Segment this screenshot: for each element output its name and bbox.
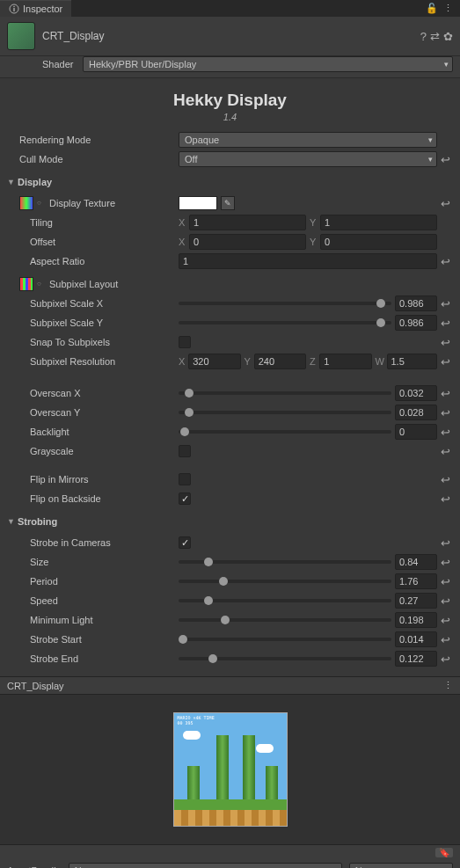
strobe-cameras-checkbox[interactable]	[179, 536, 191, 549]
overscan-y-field[interactable]	[395, 405, 437, 420]
material-actions: ? ⇄ ✿	[420, 30, 453, 43]
reset-icon[interactable]: ↩	[437, 387, 453, 400]
strobing-header: Strobing	[18, 516, 57, 527]
asset-label-icon[interactable]: 🔖	[435, 848, 453, 857]
display-texture-label: Display Texture	[49, 198, 115, 208]
subres-x[interactable]	[188, 354, 240, 369]
aspect-label: Aspect Ratio	[7, 256, 179, 266]
kebab-icon[interactable]: ⋮	[443, 680, 453, 691]
subpixel-layout-row: ○ Subpixel Layout	[7, 275, 453, 293]
flip-mirrors-checkbox[interactable]	[179, 473, 191, 485]
speed-slider[interactable]	[179, 599, 391, 602]
texture-reset[interactable]: ↩	[437, 197, 453, 210]
aspect-row: Aspect Ratio ↩	[7, 252, 453, 270]
reset-icon[interactable]: ↩	[437, 492, 453, 506]
cull-mode-reset[interactable]: ↩	[437, 153, 453, 166]
size-field[interactable]	[395, 554, 437, 570]
circle-icon[interactable]: ○	[37, 199, 46, 208]
tiling-label: Tiling	[7, 217, 179, 228]
reset-icon[interactable]: ↩	[437, 594, 453, 608]
reset-icon[interactable]: ↩	[437, 445, 453, 458]
minlight-field[interactable]	[395, 612, 437, 628]
shader-title: Hekky Display 1.4	[0, 78, 460, 131]
subscale-x-field[interactable]	[395, 295, 437, 311]
reset-icon[interactable]: ↩	[437, 556, 453, 569]
reset-icon[interactable]: ↩	[437, 653, 453, 666]
material-header: CRT_Display ? ⇄ ✿	[0, 17, 460, 56]
aspect-field[interactable]	[179, 253, 437, 269]
strobestart-slider[interactable]	[179, 638, 391, 641]
size-slider[interactable]	[179, 560, 391, 564]
strobeend-slider[interactable]	[179, 657, 391, 660]
assetbundle-variant-dropdown[interactable]: None	[349, 863, 453, 868]
strobing-foldout[interactable]: ▼ Strobing	[7, 513, 453, 530]
preview-area: MARIO ×4K TIME00 395	[0, 695, 460, 844]
kebab-icon[interactable]: ⋮	[443, 3, 453, 14]
overscan-x-slider[interactable]	[179, 391, 391, 395]
info-icon	[9, 4, 19, 14]
gear-icon[interactable]: ✿	[443, 30, 453, 43]
material-preview[interactable]: MARIO ×4K TIME00 395	[173, 712, 288, 827]
display-foldout[interactable]: ▼ Display	[7, 173, 453, 191]
speed-field[interactable]	[395, 593, 437, 609]
subpixel-texture-slot[interactable]	[19, 277, 33, 291]
minlight-slider[interactable]	[179, 618, 391, 622]
subres-row: Subpixel Resolution X Y Z W ↩	[7, 353, 453, 370]
subres-y[interactable]	[254, 354, 306, 369]
subscale-x-slider[interactable]	[179, 302, 391, 305]
subscale-y-field[interactable]	[395, 315, 437, 331]
material-thumbnail[interactable]	[7, 22, 35, 50]
cull-mode-label: Cull Mode	[7, 154, 179, 164]
strobe-end-row: Strobe End ↩	[7, 650, 453, 667]
cull-mode-dropdown[interactable]: Off	[179, 151, 437, 167]
grayscale-checkbox[interactable]	[179, 445, 191, 457]
reset-icon[interactable]: ↩	[437, 473, 453, 486]
strobeend-field[interactable]	[395, 651, 437, 667]
reset-icon[interactable]: ↩	[437, 614, 453, 627]
help-icon[interactable]: ?	[420, 30, 427, 43]
strobe-period-row: Period ↩	[7, 573, 453, 590]
reset-icon[interactable]: ↩	[437, 297, 453, 310]
subscale-x-row: Subpixel Scale X ↩	[7, 295, 453, 312]
backlight-slider[interactable]	[179, 430, 391, 434]
assetbundle-row: AssetBundle None None	[0, 859, 460, 868]
subres-w[interactable]	[387, 354, 438, 369]
strobestart-field[interactable]	[395, 631, 437, 647]
reset-icon[interactable]: ↩	[437, 536, 453, 550]
subscale-y-slider[interactable]	[179, 321, 391, 325]
inspector-tab[interactable]: Inspector	[0, 0, 71, 17]
snap-checkbox[interactable]	[179, 336, 191, 348]
reset-icon[interactable]: ↩	[437, 633, 453, 646]
reset-icon[interactable]: ↩	[437, 317, 453, 330]
color-picker-icon[interactable]: ✎	[221, 196, 235, 210]
period-slider[interactable]	[179, 580, 391, 583]
offset-y[interactable]	[320, 234, 437, 250]
color-swatch[interactable]	[179, 196, 217, 210]
reset-icon[interactable]: ↩	[437, 406, 453, 419]
reset-icon[interactable]: ↩	[437, 355, 453, 368]
subres-z[interactable]	[319, 354, 371, 369]
tiling-x[interactable]	[189, 215, 306, 230]
aspect-reset[interactable]: ↩	[437, 255, 453, 268]
reset-icon[interactable]: ↩	[437, 336, 453, 349]
lock-icon[interactable]: 🔓	[426, 3, 438, 14]
shader-version: 1.4	[0, 112, 460, 122]
preview-header[interactable]: CRT_Display ⋮	[0, 676, 460, 695]
circle-icon[interactable]: ○	[37, 280, 46, 288]
reset-icon[interactable]: ↩	[437, 426, 453, 439]
overscan-x-field[interactable]	[395, 385, 437, 401]
texture-slot[interactable]	[19, 196, 33, 210]
offset-x[interactable]	[189, 234, 306, 250]
assetbundle-dropdown[interactable]: None	[69, 863, 342, 868]
period-field[interactable]	[395, 573, 437, 589]
tiling-y[interactable]	[320, 215, 437, 230]
shader-dropdown[interactable]: Hekky/PBR Uber/Display	[83, 56, 453, 72]
overscan-y-slider[interactable]	[179, 411, 391, 414]
svg-point-1	[13, 6, 15, 8]
reset-icon[interactable]: ↩	[437, 575, 453, 588]
tab-label: Inspector	[23, 4, 62, 14]
flip-backside-checkbox[interactable]	[179, 492, 191, 505]
backlight-field[interactable]	[395, 424, 437, 440]
rendering-mode-dropdown[interactable]: Opaque	[179, 132, 437, 148]
preset-icon[interactable]: ⇄	[430, 30, 440, 43]
